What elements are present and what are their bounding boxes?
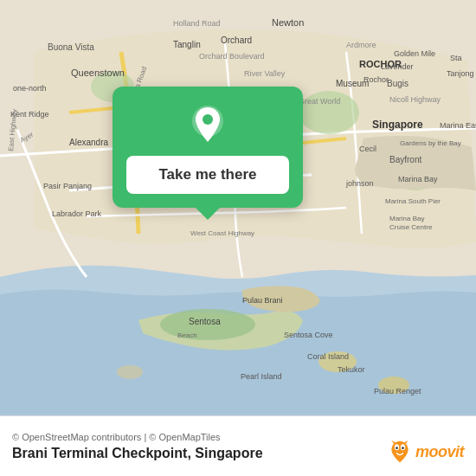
svg-text:West Coast Highway: West Coast Highway xyxy=(190,229,254,237)
svg-text:Alexandra: Alexandra xyxy=(69,138,108,147)
svg-text:Sentosa: Sentosa xyxy=(189,317,221,326)
svg-text:one-north: one-north xyxy=(13,84,47,93)
svg-text:Queenstown: Queenstown xyxy=(71,68,125,78)
svg-text:Pulau Brani: Pulau Brani xyxy=(242,296,283,305)
svg-text:Marina Bay: Marina Bay xyxy=(398,175,438,183)
svg-text:Nicoll Highway: Nicoll Highway xyxy=(389,95,441,104)
svg-text:Lavender: Lavender xyxy=(381,62,414,71)
svg-text:Sta: Sta xyxy=(450,54,462,62)
svg-point-59 xyxy=(396,447,398,449)
svg-text:Cecil: Cecil xyxy=(359,145,376,153)
svg-text:Cruise Centre: Cruise Centre xyxy=(389,223,433,231)
svg-text:Marina East: Marina East xyxy=(440,121,476,130)
svg-text:Rochor: Rochor xyxy=(363,75,389,84)
svg-text:Bugis: Bugis xyxy=(387,79,408,88)
map-background: Newton Buona Vista Queenstown one-north … xyxy=(0,0,476,415)
moovit-icon xyxy=(388,440,412,464)
svg-text:Pasir Panjang: Pasir Panjang xyxy=(43,182,92,190)
svg-text:Orchard: Orchard xyxy=(221,35,252,45)
svg-text:Newton: Newton xyxy=(272,17,304,28)
popup-card: Take me there xyxy=(113,87,303,208)
svg-text:Holland Road: Holland Road xyxy=(173,19,221,28)
svg-text:Gardens by the Bay: Gardens by the Bay xyxy=(400,139,461,147)
svg-text:Marina South Pier: Marina South Pier xyxy=(385,197,441,205)
svg-text:Golden Mile: Golden Mile xyxy=(394,49,435,58)
svg-text:Beach: Beach xyxy=(177,331,197,339)
svg-text:Tanglin: Tanglin xyxy=(173,40,201,49)
svg-text:Marina Bay: Marina Bay xyxy=(389,215,424,222)
bottom-bar: © OpenStreetMap contributors | © OpenMap… xyxy=(0,415,476,476)
svg-text:johnson: johnson xyxy=(345,179,374,188)
svg-text:Labrador Park: Labrador Park xyxy=(52,209,102,218)
svg-text:Sentosa Cove: Sentosa Cove xyxy=(284,331,333,339)
svg-text:Great World: Great World xyxy=(299,97,340,106)
svg-text:Singapore: Singapore xyxy=(372,119,423,131)
svg-text:Tekukor: Tekukor xyxy=(338,365,365,374)
location-pin-icon xyxy=(187,104,228,145)
svg-text:Buona Vista: Buona Vista xyxy=(48,42,94,52)
svg-text:Bayfront: Bayfront xyxy=(389,155,421,164)
svg-point-56 xyxy=(203,114,213,125)
map-container: Newton Buona Vista Queenstown one-north … xyxy=(0,0,476,415)
moovit-logo: moovit xyxy=(388,440,464,464)
svg-text:Coral Island: Coral Island xyxy=(307,352,349,361)
svg-text:Orchard Boulevard: Orchard Boulevard xyxy=(199,52,265,61)
svg-point-60 xyxy=(402,447,404,449)
svg-text:Pulau Renget: Pulau Renget xyxy=(374,387,421,396)
take-me-there-button[interactable]: Take me there xyxy=(126,156,289,194)
svg-text:River Valley: River Valley xyxy=(244,69,286,78)
svg-point-8 xyxy=(117,365,143,379)
svg-text:Pearl Island: Pearl Island xyxy=(241,372,282,381)
svg-text:Ardmore: Ardmore xyxy=(346,41,376,49)
svg-text:Tanjong: Tanjong xyxy=(447,69,474,78)
moovit-brand-text: moovit xyxy=(415,443,464,461)
